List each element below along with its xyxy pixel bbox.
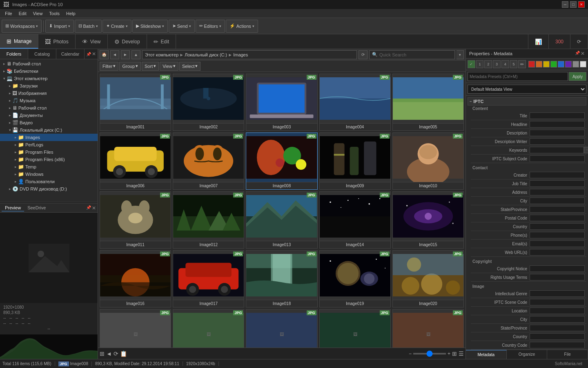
tree-item-локальный-диск-c:[interactable]: ▾ 💾 Локальный диск (C:) — [0, 126, 98, 134]
tree-item-загрузки[interactable]: ▸ 📁 Загрузки — [0, 82, 98, 90]
panel-tab-catalog[interactable]: Catalog — [28, 49, 56, 59]
color-green[interactable] — [550, 61, 557, 67]
menu-view[interactable]: View — [30, 9, 46, 18]
color-gray[interactable] — [572, 61, 579, 67]
meta-btn-2[interactable]: 2 — [484, 60, 492, 68]
editors-button[interactable]: ✏ Editors ▾ — [196, 20, 225, 33]
field-copyright-notice-input[interactable] — [530, 265, 585, 272]
nav-back-button[interactable]: ◄ — [110, 50, 119, 59]
field-postal-input[interactable] — [530, 215, 585, 221]
send-button[interactable]: ➤ Send ▾ — [169, 20, 195, 33]
nav-home-button[interactable]: 🏠 — [100, 50, 109, 59]
tree-item-program-files[interactable]: ▸ 📁 Program Files — [0, 148, 98, 156]
image-cell-image021[interactable]: 🖼 JPG Image021 — [100, 309, 171, 348]
field-weburl-input[interactable] — [530, 249, 585, 256]
image-cell-image015[interactable]: JPG Image015 — [392, 191, 464, 249]
tab-history[interactable]: ⟳ — [570, 34, 588, 49]
maximize-button[interactable]: □ — [570, 1, 577, 8]
tree-item-dvd-rw-дисковод-d:[interactable]: ▸ 💿 DVD RW дисковод (D:) — [0, 185, 98, 193]
tree-item-этот-компьютер[interactable]: ▾ 💻 Этот компьютер — [0, 75, 98, 82]
field-country-image-input[interactable] — [530, 333, 585, 340]
meta-tab-organize[interactable]: Organize — [507, 350, 548, 359]
grid-tool-2[interactable]: ◄ — [106, 350, 112, 357]
image-cell-image003[interactable]: JPG Image003 — [246, 74, 317, 131]
actions-button[interactable]: ⚡ Actions ▾ — [226, 20, 258, 33]
iptc-section-header[interactable]: − IPTC — [468, 97, 586, 105]
zoom-out-icon[interactable]: − — [409, 351, 412, 357]
select-button[interactable]: Select ▾ — [179, 62, 201, 71]
nav-up-button[interactable]: ▲ — [131, 50, 140, 59]
image-cell-image010[interactable]: JPG Image010 — [392, 132, 464, 190]
menu-help[interactable]: Help — [63, 9, 79, 18]
meta-btn-5[interactable]: 5 — [510, 60, 518, 68]
tree-item-рабочий-стол[interactable]: ▸ 🖥 Рабочий стол — [0, 60, 98, 67]
metadata-preset-input[interactable] — [468, 72, 568, 81]
meta-btn-4[interactable]: 4 — [501, 60, 509, 68]
image-cell-image024[interactable]: 🖼 JPG Image024 — [319, 309, 391, 348]
tree-item-perflogs[interactable]: ▸ 📁 PerfLogs — [0, 141, 98, 148]
field-city-image-input[interactable] — [530, 316, 585, 323]
tree-item-библиотеки[interactable]: ▸ 📚 Библиотеки — [0, 67, 98, 75]
preview-tab-seedrive[interactable]: SeeDrive — [24, 204, 49, 211]
field-state-image-input[interactable] — [530, 325, 585, 331]
panel-pin-icon[interactable]: 📌 — [86, 52, 91, 56]
tab-edit[interactable]: ✏ Edit — [147, 34, 176, 49]
field-country-code-input[interactable] — [530, 342, 585, 348]
field-state-input[interactable] — [530, 206, 585, 213]
field-title-input[interactable] — [530, 112, 585, 119]
path-breadcrumb[interactable]: Этот компьютер ► Локальный диск (C:) ► I… — [142, 50, 357, 59]
tree-item-windows[interactable]: ▸ 📁 Windows — [0, 171, 98, 178]
color-yellow[interactable] — [543, 61, 550, 67]
close-button[interactable]: ✕ — [578, 1, 585, 8]
filter-button[interactable]: Filter ▾ — [100, 62, 118, 71]
panel-tab-folders[interactable]: Folders — [0, 49, 28, 59]
field-location-input[interactable] — [530, 307, 585, 314]
image-cell-image012[interactable]: JPG Image012 — [173, 191, 244, 249]
search-dropdown[interactable]: ▾ — [457, 50, 464, 59]
color-white[interactable] — [580, 61, 586, 67]
tab-acd[interactable]: 300 — [549, 34, 570, 49]
color-blue[interactable] — [558, 61, 564, 67]
tree-item-images[interactable]: ▸ 📁 Images — [0, 134, 98, 141]
tree-item-документы[interactable]: ▸ 📄 Документы — [0, 112, 98, 119]
field-desc-writer-input[interactable] — [530, 138, 585, 145]
tab-manage[interactable]: ⊞ Manage — [0, 34, 38, 49]
field-iptc-scene-input[interactable] — [530, 299, 585, 305]
field-country-contact-input[interactable] — [530, 223, 585, 230]
metadata-view-dropdown[interactable]: Default Metadata View — [468, 85, 586, 94]
field-job-title-input[interactable] — [530, 180, 585, 187]
metadata-apply-button[interactable]: Apply — [569, 72, 586, 81]
slideshow-button[interactable]: ▶ Slideshow ▾ — [132, 20, 168, 33]
image-cell-image011[interactable]: JPG Image011 — [100, 191, 171, 249]
field-description-input[interactable] — [530, 130, 585, 136]
group-button[interactable]: Group ▾ — [119, 62, 141, 71]
menu-file[interactable]: File — [2, 9, 16, 18]
minimize-button[interactable]: ─ — [562, 1, 568, 8]
import-button[interactable]: ⬇ Import ▾ — [45, 20, 74, 33]
image-cell-image013[interactable]: JPG Image013 — [246, 191, 317, 249]
image-cell-image022[interactable]: 🖼 JPG Image022 — [173, 309, 244, 348]
field-email-input[interactable] — [530, 240, 585, 247]
tab-stats[interactable]: 📊 — [528, 34, 549, 49]
field-iptc-subject-input[interactable] — [530, 155, 585, 162]
panel-tab-calendar[interactable]: Calendar — [56, 49, 85, 59]
color-red[interactable] — [528, 61, 535, 67]
image-cell-image008[interactable]: JPG Image008 — [246, 132, 317, 190]
create-button[interactable]: ✦ Create ▾ — [102, 20, 131, 33]
field-address-input[interactable] — [530, 189, 585, 195]
tree-item-изображения[interactable]: ▸ 🖼 Изображения — [0, 90, 98, 97]
field-city-contact-input[interactable] — [530, 197, 585, 204]
tree-item-видео[interactable]: ▸ 🎬 Видео — [0, 119, 98, 126]
tab-develop[interactable]: ⚙ Develop — [108, 34, 147, 49]
image-cell-image025[interactable]: 🖼 JPG Image025 — [392, 309, 464, 348]
field-rights-usage-input[interactable] — [530, 274, 585, 280]
sort-button[interactable]: Sort ▾ — [142, 62, 159, 71]
menu-edit[interactable]: Edit — [16, 9, 30, 18]
field-keywords-input[interactable] — [530, 147, 584, 153]
grid-tool-4[interactable]: 📋 — [120, 350, 127, 357]
image-cell-image004[interactable]: JPG Image004 — [319, 74, 391, 131]
meta-check-button[interactable]: ✓ — [468, 60, 475, 68]
preview-close-icon[interactable]: ✕ — [92, 205, 96, 211]
preview-tab-preview[interactable]: Preview — [2, 204, 24, 211]
meta-close-icon[interactable]: ✕ — [581, 51, 585, 56]
